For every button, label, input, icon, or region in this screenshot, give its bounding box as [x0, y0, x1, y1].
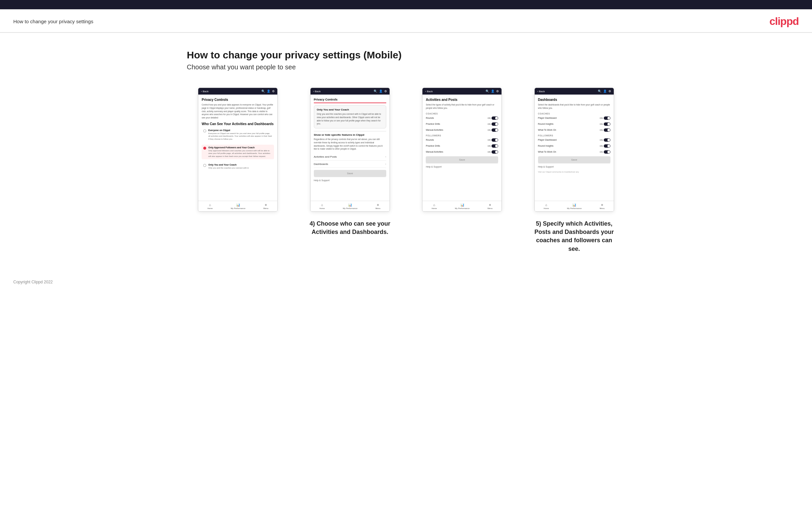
tab-bar-1: ⌂ Home 📊 My Performance ≡ Menu — [198, 201, 277, 211]
who-can-see-title: Who Can See Your Activities and Dashboar… — [202, 122, 274, 126]
performance-icon-3: 📊 — [460, 203, 464, 207]
tab-home-label-3: Home — [432, 207, 437, 209]
nav-dashboards[interactable]: Dashboards › — [314, 161, 386, 168]
tab-menu-3[interactable]: ≡ Menu — [488, 203, 493, 209]
settings-icon[interactable]: ⚙ — [272, 90, 275, 93]
tab-menu-label-1: Menu — [263, 207, 268, 209]
help-support-2: Help & Support — [314, 177, 386, 183]
option-approved-desc: Only approved followers and coaches you … — [208, 149, 272, 158]
profile-icon[interactable]: 👤 — [267, 90, 270, 93]
tab-home-3[interactable]: ⌂ Home — [432, 203, 437, 209]
tab-performance-label-2: My Performance — [343, 207, 357, 209]
home-icon-4: ⌂ — [545, 203, 547, 207]
tab-performance-3[interactable]: 📊 My Performance — [455, 203, 470, 209]
tab-bar-3: ⌂ Home 📊 My Performance ≡ Menu — [422, 201, 502, 211]
search-icon-4[interactable]: 🔍 — [598, 90, 601, 93]
toggle-switch-followers-manual[interactable] — [492, 150, 498, 154]
toggle-followers-what-work-control[interactable]: ON — [600, 150, 610, 154]
tab-menu-4[interactable]: ≡ Menu — [600, 203, 605, 209]
toggle-switch-coaches-what-work[interactable] — [604, 128, 610, 132]
followers-player-dash-label: Player Dashboard — [538, 139, 557, 141]
toggle-coaches-manual-control[interactable]: ON — [488, 128, 498, 132]
toggle-followers-practice: Practice Drills ON — [426, 144, 498, 148]
toggle-switch-followers-what-work[interactable] — [604, 150, 610, 154]
back-button-3[interactable]: ‹ Back — [425, 90, 433, 93]
back-button-1[interactable]: ‹ Back — [201, 90, 209, 93]
phone-mock-3: ‹ Back 🔍 👤 ⚙ Activities and Posts Select… — [422, 88, 502, 212]
help-text-4: Visit our Clippd community to troublesho… — [538, 171, 610, 173]
toggle-followers-round-insights: Round Insights ON — [538, 144, 610, 148]
dashboards-label: Dashboards — [314, 163, 328, 166]
tab-performance-1[interactable]: 📊 My Performance — [231, 203, 245, 209]
followers-practice-label: Practice Drills — [426, 145, 440, 147]
toggle-on-coaches-player: ON — [600, 117, 603, 119]
option-everyone-label: Everyone on Clippd — [208, 129, 272, 131]
radio-only-you[interactable] — [203, 164, 206, 167]
toggle-switch-coaches-player[interactable] — [604, 116, 610, 120]
tab-home-label-2: Home — [319, 207, 325, 209]
search-icon-3[interactable]: 🔍 — [486, 90, 489, 93]
back-button-2[interactable]: ‹ Back — [313, 90, 321, 93]
option-approved[interactable]: Only Approved Followers and Your Coach O… — [202, 145, 274, 159]
toggle-switch-coaches-rounds[interactable] — [492, 116, 498, 120]
option-only-you[interactable]: Only You and Your Coach Only you and the… — [202, 162, 274, 171]
toggle-coaches-rounds-control[interactable]: ON — [488, 116, 498, 120]
radio-approved[interactable] — [203, 147, 206, 150]
toggle-followers-player-dash: Player Dashboard ON — [538, 138, 610, 143]
toggle-followers-manual: Manual Activities ON — [426, 150, 498, 154]
tab-home-label-1: Home — [207, 207, 212, 209]
save-button-2[interactable]: Save — [314, 170, 386, 177]
settings-icon-3[interactable]: ⚙ — [496, 90, 499, 93]
radio-everyone[interactable] — [203, 129, 206, 132]
phone-top-bar-3: ‹ Back 🔍 👤 ⚙ — [422, 88, 502, 95]
toggle-switch-followers-round-insights[interactable] — [604, 144, 610, 148]
save-button-3[interactable]: Save — [426, 156, 498, 163]
toggle-switch-followers-rounds[interactable] — [492, 138, 498, 142]
toggle-switch-coaches-practice[interactable] — [492, 122, 498, 126]
top-accent-bar — [0, 0, 812, 9]
toggle-followers-rounds-control[interactable]: ON — [488, 138, 498, 142]
profile-icon-2[interactable]: 👤 — [379, 90, 383, 93]
option-everyone[interactable]: Everyone on Clippd Everyone on Clippd ca… — [202, 127, 274, 142]
toggle-switch-followers-player[interactable] — [604, 138, 610, 142]
settings-icon-4[interactable]: ⚙ — [608, 90, 611, 93]
performance-icon-2: 📊 — [348, 203, 352, 207]
toggle-followers-rounds: Rounds ON — [426, 138, 498, 143]
toggle-coaches-round-insights-control[interactable]: ON — [600, 122, 610, 126]
toggle-followers-player-control[interactable]: ON — [600, 138, 610, 142]
save-button-4[interactable]: Save — [538, 156, 610, 163]
dashboards-title: Dashboards — [538, 98, 610, 102]
tab-home-1[interactable]: ⌂ Home — [207, 203, 212, 209]
back-button-4[interactable]: ‹ Back — [537, 90, 545, 93]
main-content: How to change your privacy settings (Mob… — [174, 33, 639, 273]
nav-activities[interactable]: Activities and Posts › — [314, 153, 386, 161]
followers-round-insights-label: Round Insights — [538, 145, 554, 147]
privacy-controls-tab[interactable]: Privacy Controls — [314, 98, 386, 103]
toggle-switch-coaches-manual[interactable] — [492, 128, 498, 132]
toggle-followers-manual-control[interactable]: ON — [488, 150, 498, 154]
help-support-4: Help & Support — [538, 163, 610, 170]
search-icon-2[interactable]: 🔍 — [373, 90, 377, 93]
profile-icon-4[interactable]: 👤 — [603, 90, 607, 93]
tab-home-2[interactable]: ⌂ Home — [319, 203, 325, 209]
toggle-on-coaches-manual: ON — [488, 129, 491, 131]
tab-menu-2[interactable]: ≡ Menu — [375, 203, 380, 209]
toggle-coaches-practice-control[interactable]: ON — [488, 122, 498, 126]
tab-home-4[interactable]: ⌂ Home — [544, 203, 549, 209]
settings-icon-2[interactable]: ⚙ — [384, 90, 387, 93]
tab-menu-1[interactable]: ≡ Menu — [263, 203, 268, 209]
toggle-followers-round-insights-control[interactable]: ON — [600, 144, 610, 148]
search-icon[interactable]: 🔍 — [261, 90, 265, 93]
toggle-followers-practice-control[interactable]: ON — [488, 144, 498, 148]
tab-menu-label-4: Menu — [600, 207, 605, 209]
profile-icon-3[interactable]: 👤 — [491, 90, 495, 93]
toggle-coaches-player-control[interactable]: ON — [600, 116, 610, 120]
toggle-switch-coaches-round-insights[interactable] — [604, 122, 610, 126]
tab-performance-4[interactable]: 📊 My Performance — [567, 203, 581, 209]
nav-arrow-activities: › — [385, 155, 386, 158]
toggle-switch-followers-practice[interactable] — [492, 144, 498, 148]
footer: Copyright Clippd 2022 — [0, 273, 812, 291]
dashboards-body-text: Select the dashboards that you'd like to… — [538, 103, 610, 110]
tab-performance-2[interactable]: 📊 My Performance — [343, 203, 357, 209]
toggle-coaches-what-work-control[interactable]: ON — [600, 128, 610, 132]
